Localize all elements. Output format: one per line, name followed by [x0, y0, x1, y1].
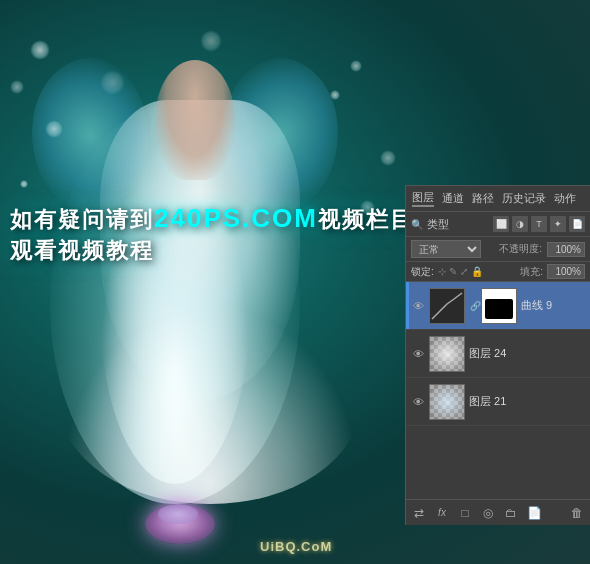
filter-text-btn[interactable]: T: [531, 216, 547, 232]
fill-label: 填充:: [520, 265, 543, 279]
fairy-figure: [155, 60, 235, 180]
sparkle-4: [350, 60, 362, 72]
new-group-btn[interactable]: 🗀: [502, 504, 520, 522]
layer-name-curves9: 曲线 9: [521, 298, 586, 313]
smoke-effect: [60, 304, 360, 504]
panel-bottom-toolbar: ⇄ fx □ ◎ 🗀 📄 🗑: [406, 499, 590, 525]
lock-fill-row: 锁定: ⊹ ✎ ⤢ 🔒 填充: 100%: [406, 262, 590, 282]
filter-type-label: 类型: [427, 217, 449, 232]
layer-thumb-24: [429, 336, 465, 372]
panel-search-row: 🔍 类型 ⬜ ◑ T ✦ 📄: [406, 212, 590, 237]
sparkle-6: [330, 90, 340, 100]
lock-paint-icon[interactable]: ✎: [449, 266, 457, 277]
selection-indicator: [406, 282, 409, 329]
visibility-icon-layer24[interactable]: 👁: [410, 346, 426, 362]
sparkle-2: [10, 80, 24, 94]
new-layer-btn[interactable]: 📄: [525, 504, 543, 522]
layer-row-21[interactable]: 👁 图层 21: [406, 378, 590, 426]
tab-history[interactable]: 历史记录: [502, 191, 546, 206]
layer-link-icon: 🔗: [470, 301, 480, 311]
lock-label: 锁定:: [411, 265, 434, 279]
opacity-value[interactable]: 100%: [547, 242, 585, 257]
delete-layer-btn[interactable]: 🗑: [568, 504, 586, 522]
tab-layers[interactable]: 图层: [412, 190, 434, 207]
lock-all-icon[interactable]: 🔒: [471, 266, 483, 277]
layer-name-21: 图层 21: [469, 394, 586, 409]
link-layers-btn[interactable]: ⇄: [410, 504, 428, 522]
lotus-inner: [158, 504, 198, 524]
layer24-content: [430, 337, 464, 371]
filter-smart-btn[interactable]: 📄: [569, 216, 585, 232]
sparkle-7: [200, 30, 222, 52]
add-mask-btn[interactable]: □: [456, 504, 474, 522]
opacity-label: 不透明度:: [499, 242, 542, 256]
svg-rect-2: [485, 299, 513, 319]
filter-icons: ⬜ ◑ T ✦ 📄: [493, 216, 585, 232]
fx-btn[interactable]: fx: [433, 504, 451, 522]
watermark-text: UiBQ.CoM: [260, 539, 332, 554]
sparkle-10: [100, 70, 125, 95]
sparkle-1: [30, 40, 50, 60]
filter-adjust-btn[interactable]: ◑: [512, 216, 528, 232]
sparkle-8: [20, 180, 28, 188]
search-icon: 🔍: [411, 219, 423, 230]
new-adjustment-btn[interactable]: ◎: [479, 504, 497, 522]
blend-mode-select[interactable]: 正常: [411, 240, 481, 258]
layer-mask-thumb-curves9: [481, 288, 517, 324]
filter-shape-btn[interactable]: ✦: [550, 216, 566, 232]
sparkle-5: [380, 150, 396, 166]
sparkle-3: [45, 120, 63, 138]
tab-paths[interactable]: 路径: [472, 191, 494, 206]
blend-opacity-row: 正常 不透明度: 100%: [406, 237, 590, 262]
layer21-content: [430, 385, 464, 419]
overlay-text-line1: 如有疑问请到: [10, 207, 154, 232]
svg-rect-0: [430, 289, 464, 323]
layer-name-24: 图层 24: [469, 346, 586, 361]
layer-row-24[interactable]: 👁 图层 24: [406, 330, 590, 378]
watermark: UiBQ.CoM: [260, 539, 332, 554]
lock-position-icon[interactable]: ⊹: [438, 266, 446, 277]
layers-panel: 图层 通道 路径 历史记录 动作 🔍 类型 ⬜ ◑ T ✦ 📄 正常 不透明度:…: [405, 185, 590, 525]
filter-pixel-btn[interactable]: ⬜: [493, 216, 509, 232]
lock-move-icon[interactable]: ⤢: [460, 266, 468, 277]
tab-channels[interactable]: 通道: [442, 191, 464, 206]
tab-actions[interactable]: 动作: [554, 191, 576, 206]
mask-preview-svg: [482, 289, 516, 323]
visibility-icon-curves9[interactable]: 👁: [410, 298, 426, 314]
layer-row-curves9[interactable]: 👁 🔗 曲线 9: [406, 282, 590, 330]
fairy-background: [0, 0, 430, 564]
panel-tabs: 图层 通道 路径 历史记录 动作: [406, 186, 590, 212]
overlay-text: 如有疑问请到240PS.COM视频栏目观看视频教程: [10, 200, 430, 267]
visibility-icon-layer21[interactable]: 👁: [410, 394, 426, 410]
overlay-text-highlight: 240PS.COM: [154, 203, 318, 233]
lock-icons: ⊹ ✎ ⤢ 🔒: [438, 266, 483, 277]
curves-preview-svg: [430, 289, 464, 323]
layer-thumb-curves9: [429, 288, 465, 324]
layer-thumb-21: [429, 384, 465, 420]
fill-value[interactable]: 100%: [547, 264, 585, 279]
